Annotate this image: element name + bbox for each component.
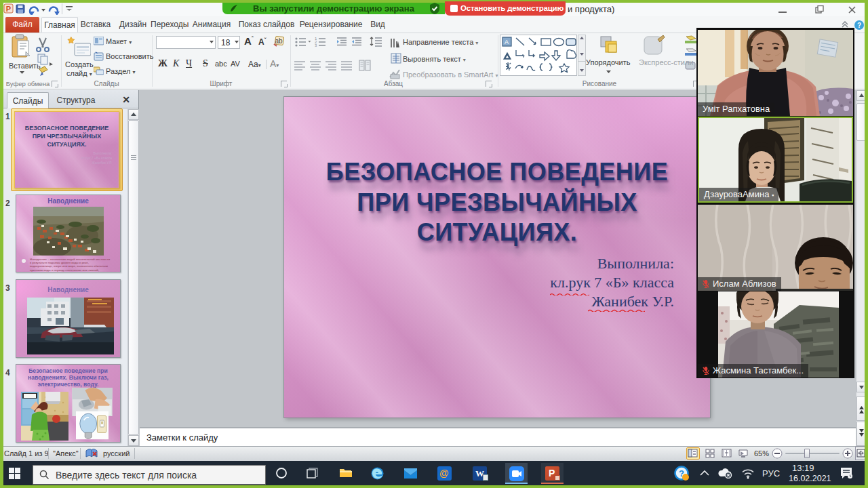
svg-text:A: A xyxy=(505,39,509,45)
svg-text:ab: ab xyxy=(275,37,283,45)
svg-text:?: ? xyxy=(857,22,861,29)
svg-text:P: P xyxy=(6,5,11,13)
svg-text:3: 3 xyxy=(315,43,317,47)
